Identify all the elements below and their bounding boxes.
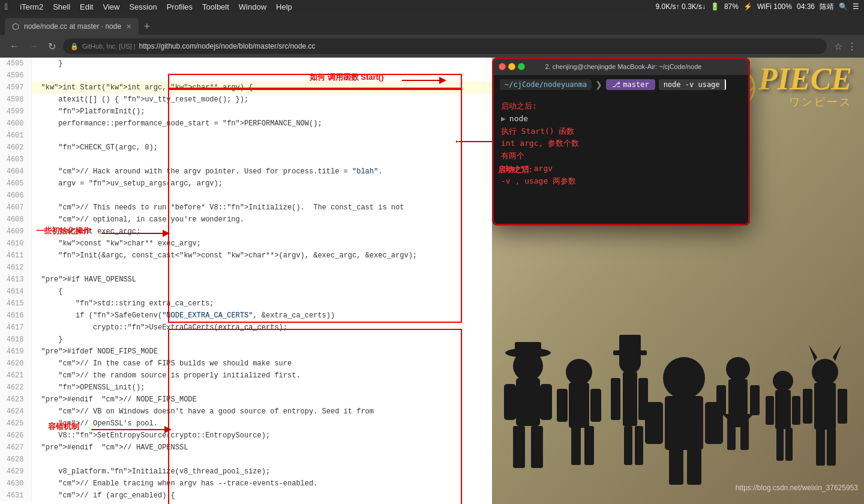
main-content: 4595 }45964597"kw">int Start("kw">int ar…: [0, 58, 864, 504]
apple-menu[interactable]: : [5, 2, 8, 11]
terminal-line-node: ▶ node: [501, 113, 741, 125]
terminal-body: 启动之后: ▶ node 执行 Start() 函数 int argc, 参数个…: [493, 94, 749, 194]
menu-session[interactable]: Session: [129, 2, 157, 11]
line-code: "pre">#if HAVE_OPENSSL: [31, 274, 492, 286]
svg-rect-37: [665, 396, 703, 450]
menu-window[interactable]: Window: [239, 2, 266, 11]
line-number: 4617: [0, 322, 31, 334]
time-display: 04:36: [797, 2, 815, 11]
svg-rect-23: [569, 383, 589, 428]
svg-rect-49: [775, 390, 791, 429]
line-number: 4602: [0, 142, 31, 154]
line-number: 4627: [0, 442, 31, 454]
browser-menu-button[interactable]: ⋮: [847, 41, 857, 52]
line-code: "cm">// VB on Windows doesn't have a goo…: [31, 406, 492, 418]
menu-bar-right: 9.0K/s↑ 0.3K/s↓ 🔋 87% ⚡ WiFi 100% 04:36 …: [656, 2, 859, 12]
forward-button[interactable]: →: [26, 40, 41, 53]
svg-rect-59: [827, 428, 836, 466]
menu-toolbelt[interactable]: Toolbelt: [202, 2, 229, 11]
network-stats: 9.0K/s↑ 0.3K/s↓: [656, 2, 706, 11]
line-number: 4605: [0, 178, 31, 190]
line-code: {: [31, 286, 492, 298]
line-number: 4623: [0, 394, 31, 406]
svg-rect-46: [716, 385, 726, 415]
line-code: "pre">#ifdef NODE_FIPS_MODE: [31, 346, 492, 358]
arrow-error: [91, 425, 175, 434]
line-number: 4615: [0, 298, 31, 310]
security-lock-icon: 🔒: [70, 43, 79, 50]
code-table: 4595 }45964597"kw">int Start("kw">int ar…: [0, 58, 492, 502]
terminal-line-start: 执行 Start() 函数: [501, 125, 741, 138]
svg-point-54: [812, 359, 838, 385]
curved-arrow-annotation: [492, 88, 499, 118]
line-number: 4606: [0, 190, 31, 202]
browser-tab-active[interactable]: ⬡ node/node.cc at master · node ✕: [5, 18, 139, 35]
line-code: }: [31, 334, 492, 346]
terminal-line-argc: int argc, 参数个数: [501, 137, 741, 150]
svg-rect-26: [571, 426, 581, 465]
csdn-watermark: https://blog.csdn.net/weixin_37625953: [736, 484, 858, 492]
code-container[interactable]: 4595 }45964597"kw">int Start("kw">int ar…: [0, 58, 492, 504]
line-code: [31, 130, 492, 142]
one-piece-background: ONE PIECE ワンピース: [492, 58, 864, 504]
svg-rect-51: [792, 396, 800, 425]
tab-close-button[interactable]: ✕: [126, 23, 131, 31]
back-button[interactable]: ←: [7, 40, 22, 53]
terminal-minimize-button[interactable]: [508, 63, 515, 70]
svg-rect-53: [785, 428, 793, 461]
reload-button[interactable]: ↻: [46, 40, 58, 53]
line-number: 4616: [0, 310, 31, 322]
line-code: v8_platform."fn">Initialize(v8_thread_po…: [31, 466, 492, 478]
line-number: 4599: [0, 106, 31, 118]
line-number: 4612: [0, 262, 31, 274]
arrow-start: [402, 75, 450, 86]
github-code-viewer: 4595 }45964597"kw">int Start("kw">int ar…: [0, 58, 492, 504]
line-code: "cm">// Enable tracing when argv has --t…: [31, 478, 492, 490]
menu-iterm2[interactable]: iTerm2: [20, 2, 43, 11]
menu-bar:  iTerm2 Shell Edit View Session Profile…: [0, 0, 864, 13]
svg-point-48: [773, 371, 793, 391]
svg-rect-27: [584, 426, 594, 465]
address-bar: ← → ↻ 🔒 GitHub, Inc. [US] | https://gith…: [0, 35, 864, 58]
menu-help[interactable]: Help: [276, 2, 292, 11]
git-icon: ⎇: [612, 80, 620, 89]
svg-rect-44: [727, 414, 736, 450]
terminal-command[interactable]: node -v usage: [659, 79, 726, 90]
line-code: "pre">#endif "cm">// NODE_FIPS_MODE: [31, 394, 492, 406]
search-icon[interactable]: 🔍: [839, 2, 848, 11]
silhouette-figures: [492, 246, 864, 486]
line-number: 4596: [0, 70, 31, 82]
menu-shell[interactable]: Shell: [53, 2, 70, 11]
terminal-annotation-label: 启动之后:: [501, 100, 741, 113]
line-code: [31, 262, 492, 274]
menu-edit[interactable]: Edit: [80, 2, 93, 11]
terminal-window[interactable]: 2. chenjing@chenjingde MacBook-Air: ~/cj…: [492, 58, 750, 226]
arrow-to-terminal: [456, 136, 492, 148]
url-bar[interactable]: 🔒 GitHub, Inc. [US] | https://github.com…: [63, 38, 827, 54]
menu-profiles[interactable]: Profiles: [167, 2, 193, 11]
svg-rect-30: [611, 378, 620, 420]
new-tab-button[interactable]: +: [139, 18, 155, 35]
url-text: https://github.com/nodejs/node/blob/mast…: [139, 42, 315, 50]
line-number: 4630: [0, 478, 31, 490]
svg-rect-25: [590, 389, 601, 422]
terminal-close-button[interactable]: [499, 63, 506, 70]
svg-rect-21: [515, 342, 541, 355]
svg-rect-50: [766, 396, 774, 425]
line-number: 4629: [0, 466, 31, 478]
svg-point-42: [726, 357, 750, 381]
battery-icon: 🔋: [710, 2, 719, 11]
line-code: performance::performance_node_start = "f…: [31, 118, 492, 130]
svg-rect-57: [838, 389, 847, 424]
user-name: 陈靖: [820, 2, 834, 12]
line-code: "kw">int exec_argc;: [31, 226, 492, 238]
terminal-maximize-button[interactable]: [518, 63, 525, 70]
terminal-line-params: -v , usage 两参数: [501, 175, 741, 188]
browser-chrome: ⬡ node/node.cc at master · node ✕ + ← → …: [0, 13, 864, 58]
line-number: 4603: [0, 154, 31, 166]
svg-rect-19: [531, 426, 543, 468]
menu-view[interactable]: View: [103, 2, 119, 11]
svg-rect-29: [623, 372, 637, 426]
bookmark-star-icon[interactable]: ☆: [834, 41, 842, 52]
notification-icon[interactable]: ☰: [853, 2, 859, 11]
